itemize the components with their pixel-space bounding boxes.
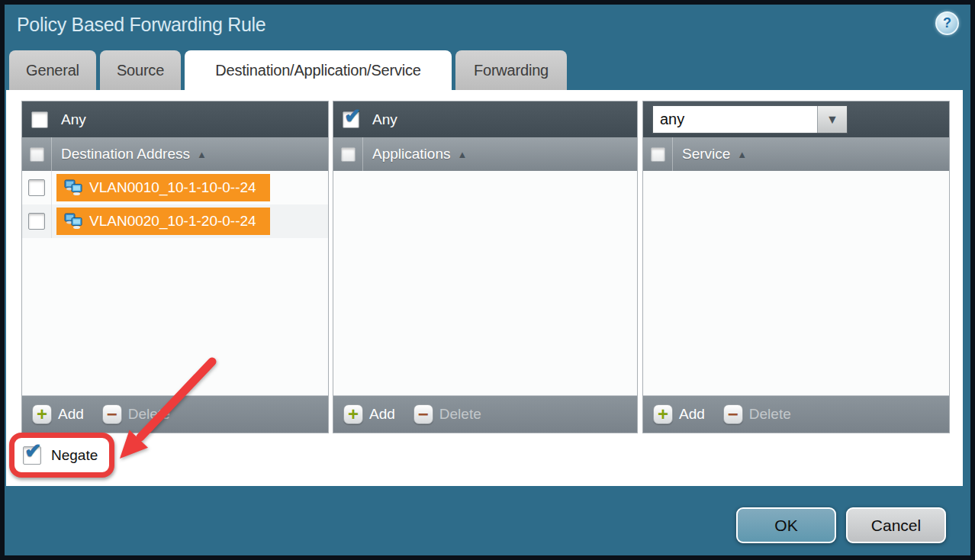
address-item-chip[interactable]: VLAN0020_10-1-20-0--24	[56, 208, 270, 235]
delete-button[interactable]: Delete	[439, 406, 481, 423]
add-icon[interactable]: +	[343, 404, 363, 424]
service-select-all-checkbox[interactable]	[651, 147, 665, 162]
add-button[interactable]: Add	[679, 406, 705, 423]
row-checkbox[interactable]	[28, 213, 45, 230]
add-button[interactable]: Add	[369, 406, 395, 423]
address-item-label: VLAN0020_10-1-20-0--24	[89, 213, 256, 230]
row-checkbox[interactable]	[28, 179, 45, 196]
service-dropdown[interactable]: any ▼	[652, 105, 848, 134]
chevron-down-icon: ▼	[826, 113, 838, 127]
service-dropdown-value: any	[653, 106, 817, 133]
tab-destination-application-service[interactable]: Destination/Application/Service	[185, 50, 452, 90]
checkmark-icon: ✔	[24, 439, 42, 463]
applications-any-bar: ✔ Any	[333, 101, 637, 137]
negate-label: Negate	[51, 447, 98, 464]
tab-general[interactable]: General	[9, 50, 96, 90]
service-panel: any ▼ Service ▲ + Add − Delete	[642, 101, 950, 433]
checkmark-icon: ✔	[344, 104, 362, 128]
dropdown-arrow-button[interactable]: ▼	[817, 106, 847, 133]
address-group-icon	[64, 213, 82, 230]
applications-column-label: Applications	[372, 146, 450, 163]
service-dropdown-bar: any ▼	[643, 101, 949, 137]
applications-list	[333, 171, 637, 395]
delete-icon[interactable]: −	[723, 404, 743, 424]
service-footer: + Add − Delete	[643, 395, 949, 433]
address-group-icon	[64, 179, 82, 196]
table-row[interactable]: VLAN0010_10-1-10-0--24	[22, 171, 328, 204]
applications-select-all-checkbox[interactable]	[341, 147, 356, 162]
destination-list: VLAN0010_10-1-10-0--24	[22, 171, 328, 395]
destination-panel: Any Destination Address ▲	[21, 101, 329, 433]
service-column-header[interactable]: Service ▲	[643, 137, 949, 171]
cancel-button[interactable]: Cancel	[846, 507, 946, 543]
destination-any-label: Any	[61, 111, 86, 128]
sort-asc-icon: ▲	[197, 149, 207, 160]
destination-any-checkbox[interactable]	[31, 111, 48, 128]
service-column-label: Service	[682, 146, 730, 163]
ok-button[interactable]: OK	[736, 507, 836, 543]
destination-select-all-checkbox[interactable]	[30, 147, 44, 162]
add-icon[interactable]: +	[32, 404, 52, 424]
tab-content-area: Any Destination Address ▲	[6, 90, 963, 486]
tab-bar: General Source Destination/Application/S…	[9, 50, 567, 90]
destination-column-header[interactable]: Destination Address ▲	[22, 137, 328, 171]
sort-asc-icon: ▲	[457, 149, 467, 160]
delete-icon[interactable]: −	[413, 404, 433, 424]
sort-asc-icon: ▲	[737, 149, 747, 160]
tab-source[interactable]: Source	[100, 50, 181, 90]
help-glyph: ?	[943, 15, 951, 31]
add-button[interactable]: Add	[58, 406, 84, 423]
applications-column-header[interactable]: Applications ▲	[333, 137, 637, 171]
address-item-label: VLAN0010_10-1-10-0--24	[89, 179, 256, 196]
delete-button[interactable]: Delete	[128, 406, 170, 423]
applications-any-checkbox[interactable]: ✔	[343, 111, 359, 128]
applications-any-label: Any	[372, 111, 397, 128]
add-icon[interactable]: +	[653, 404, 673, 424]
service-list	[643, 171, 949, 395]
applications-footer: + Add − Delete	[333, 395, 637, 433]
dialog-frame: Policy Based Forwarding Rule ? General S…	[0, 0, 975, 560]
destination-footer: + Add − Delete	[22, 395, 328, 433]
applications-panel: ✔ Any Applications ▲ + Add − Delete	[333, 101, 638, 433]
negate-checkbox[interactable]: ✔	[23, 446, 41, 465]
destination-column-label: Destination Address	[61, 146, 190, 163]
address-item-chip[interactable]: VLAN0010_10-1-10-0--24	[56, 174, 270, 201]
delete-icon[interactable]: −	[102, 404, 122, 424]
table-row[interactable]: VLAN0020_10-1-20-0--24	[22, 204, 328, 238]
destination-any-bar: Any	[22, 101, 328, 137]
tab-forwarding[interactable]: Forwarding	[455, 50, 567, 90]
help-icon[interactable]: ?	[935, 11, 959, 35]
delete-button[interactable]: Delete	[749, 406, 791, 423]
dialog-title: Policy Based Forwarding Rule	[17, 14, 265, 36]
negate-highlight-box: ✔ Negate	[9, 433, 114, 478]
